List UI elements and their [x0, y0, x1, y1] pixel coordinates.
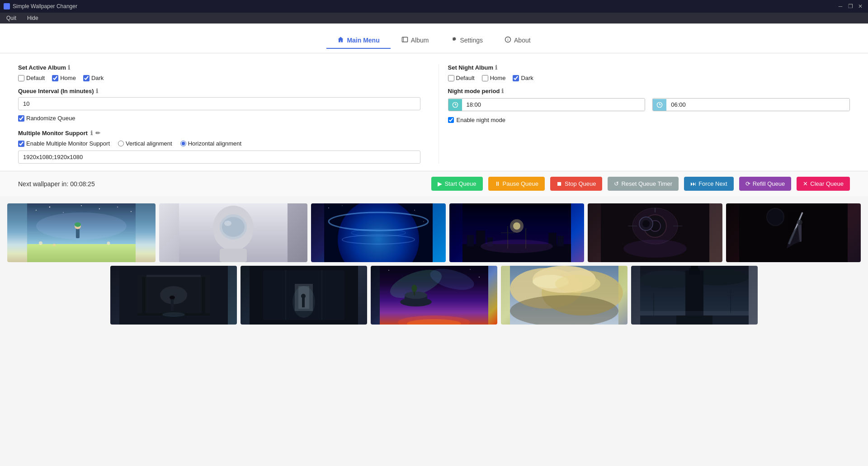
- wallpaper-thumb-11[interactable]: [631, 266, 758, 325]
- tab-main-menu[interactable]: Main Menu: [326, 33, 390, 49]
- tab-settings-label: Settings: [460, 37, 483, 44]
- tab-main-menu-label: Main Menu: [347, 37, 379, 44]
- vertical-alignment-radio[interactable]: [118, 141, 124, 146]
- svg-point-102: [388, 270, 389, 271]
- active-album-home-item[interactable]: Home: [52, 75, 76, 81]
- svg-point-54: [481, 240, 553, 253]
- wallpaper-thumb-1[interactable]: [7, 203, 156, 262]
- active-album-default-checkbox[interactable]: [18, 75, 24, 81]
- svg-point-25: [107, 242, 110, 245]
- resolution-input[interactable]: [18, 151, 420, 164]
- tab-about[interactable]: i About: [494, 33, 542, 49]
- menu-quit[interactable]: Quit: [4, 14, 19, 22]
- stop-queue-button[interactable]: ⏹ Stop Queue: [550, 177, 602, 191]
- wallpaper-thumb-4-art: [449, 203, 584, 262]
- next-wallpaper-text: Next wallpaper in: 00:08:25: [18, 180, 95, 188]
- minimize-button[interactable]: ─: [836, 2, 844, 10]
- horizontal-alignment-radio[interactable]: [180, 141, 186, 146]
- wallpaper-thumb-4[interactable]: [449, 203, 584, 262]
- svg-rect-46: [467, 235, 474, 246]
- wallpaper-thumb-5[interactable]: [588, 203, 722, 262]
- night-album-dark-label: Dark: [521, 75, 533, 81]
- tab-settings[interactable]: Settings: [439, 33, 494, 49]
- wallpaper-thumb-7[interactable]: [110, 266, 237, 325]
- queue-interval-input[interactable]: [18, 97, 420, 110]
- monitor-edit-icon[interactable]: ✏: [95, 130, 100, 137]
- start-time-icon-bg: [448, 99, 462, 111]
- svg-point-23: [39, 241, 42, 245]
- force-next-button[interactable]: ⏭ Force Next: [684, 177, 734, 191]
- svg-rect-77: [202, 277, 205, 313]
- svg-point-18: [131, 211, 132, 212]
- wallpaper-thumb-10[interactable]: [501, 266, 627, 325]
- wallpaper-thumb-6[interactable]: [726, 203, 861, 262]
- svg-point-35: [414, 210, 415, 211]
- svg-text:i: i: [508, 38, 509, 42]
- active-album-info-icon[interactable]: ℹ: [68, 64, 70, 71]
- reset-queue-timer-button[interactable]: ↺ Reset Queue Timer: [608, 177, 679, 191]
- night-mode-period-info-icon[interactable]: ℹ: [501, 88, 504, 94]
- wallpaper-thumb-8[interactable]: [241, 266, 367, 325]
- start-time-wrapper: [448, 98, 646, 111]
- active-album-checkboxes: Default Home Dark: [18, 75, 420, 81]
- night-album-info-icon[interactable]: ℹ: [495, 64, 497, 71]
- active-album-default-item[interactable]: Default: [18, 75, 45, 81]
- force-next-icon: ⏭: [690, 180, 696, 187]
- album-icon: [401, 36, 408, 44]
- clear-queue-button[interactable]: ✕ Clear Queue: [797, 177, 850, 191]
- right-column: Set Night Album ℹ Default Home Dark: [439, 64, 850, 164]
- active-album-dark-checkbox[interactable]: [83, 75, 90, 81]
- enable-monitor-support-item[interactable]: Enable Multiple Monitor Support: [18, 140, 110, 147]
- tab-album[interactable]: Album: [391, 33, 440, 49]
- refill-queue-button[interactable]: ⟳ Refill Queue: [739, 177, 792, 191]
- queue-interval-label: Queue Interval (In minutes) ℹ: [18, 88, 420, 94]
- night-album-default-checkbox[interactable]: [448, 75, 454, 81]
- clock-icon-2: [656, 102, 663, 108]
- wallpaper-thumb-7-art: [110, 266, 237, 325]
- restore-button[interactable]: ❐: [846, 2, 854, 10]
- svg-point-104: [479, 277, 480, 278]
- wallpaper-row-2: [7, 266, 861, 325]
- close-button[interactable]: ✕: [856, 2, 864, 10]
- night-album-home-checkbox[interactable]: [482, 75, 488, 81]
- svg-point-64: [623, 240, 687, 258]
- tab-about-label: About: [514, 37, 531, 44]
- wallpaper-thumb-3[interactable]: [311, 203, 446, 262]
- night-album-dark-checkbox[interactable]: [513, 75, 519, 81]
- end-time-input[interactable]: [666, 99, 849, 111]
- clear-queue-icon: ✕: [803, 180, 808, 187]
- monitor-title: Multiple Monitor Support ℹ ✏: [18, 130, 420, 137]
- svg-point-16: [99, 208, 100, 209]
- monitor-title-text: Multiple Monitor Support: [18, 130, 88, 137]
- horizontal-alignment-item[interactable]: Horizontal alignment: [180, 140, 242, 147]
- night-album-default-item[interactable]: Default: [448, 75, 475, 81]
- start-time-input[interactable]: [462, 99, 645, 111]
- monitor-info-icon[interactable]: ℹ: [90, 130, 93, 137]
- pause-queue-label: Pause Queue: [503, 180, 539, 187]
- enable-monitor-support-checkbox[interactable]: [18, 141, 24, 147]
- randomize-queue-label: Randomize Queue: [26, 115, 75, 122]
- start-queue-button[interactable]: ▶ Start Queue: [431, 177, 482, 191]
- svg-point-14: [63, 212, 64, 213]
- randomize-queue-item[interactable]: Randomize Queue: [18, 115, 420, 122]
- svg-rect-79: [171, 300, 174, 311]
- night-album-dark-item[interactable]: Dark: [513, 75, 533, 81]
- wallpaper-thumb-9[interactable]: [371, 266, 497, 325]
- vertical-alignment-item[interactable]: Vertical alignment: [118, 140, 172, 147]
- svg-point-110: [555, 275, 600, 293]
- menu-hide[interactable]: Hide: [24, 14, 41, 22]
- active-album-dark-item[interactable]: Dark: [83, 75, 104, 81]
- enable-night-mode-checkbox[interactable]: [448, 117, 454, 123]
- night-album-home-item[interactable]: Home: [482, 75, 506, 81]
- app-icon: [4, 3, 10, 9]
- svg-point-60: [642, 220, 650, 227]
- wallpaper-thumb-11-art: [631, 266, 758, 325]
- randomize-queue-checkbox[interactable]: [18, 115, 24, 122]
- wallpaper-row-1: [7, 203, 861, 262]
- wallpaper-grid: [0, 196, 868, 335]
- queue-interval-info-icon[interactable]: ℹ: [96, 88, 98, 94]
- pause-queue-button[interactable]: ⏸ Pause Queue: [488, 177, 545, 191]
- wallpaper-thumb-2[interactable]: [159, 203, 307, 262]
- active-album-home-checkbox[interactable]: [52, 75, 58, 81]
- wallpaper-thumb-2-art: [159, 203, 307, 262]
